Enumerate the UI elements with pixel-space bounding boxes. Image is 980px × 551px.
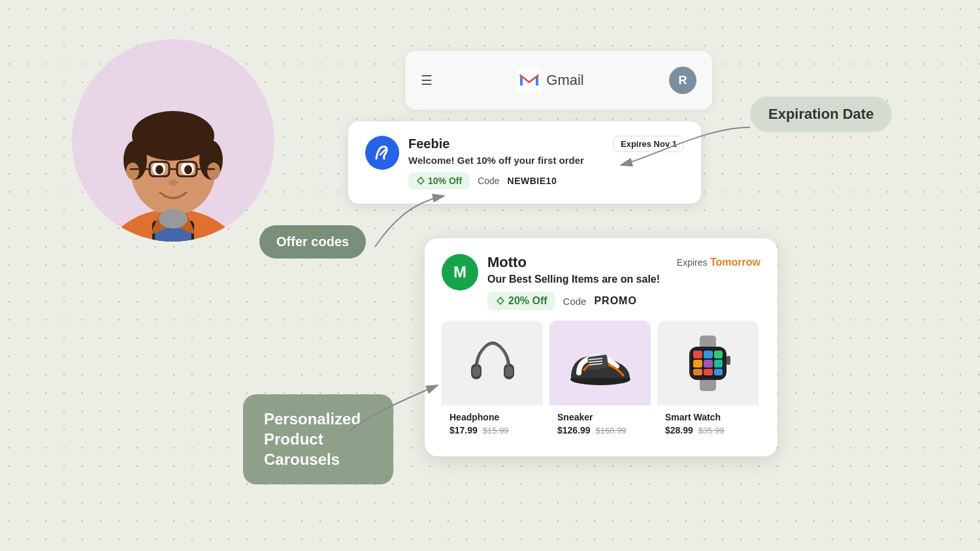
motto-discount-badge: 20% Off: [487, 292, 555, 310]
svg-rect-43: [714, 369, 723, 375]
svg-rect-40: [714, 360, 723, 368]
feebie-offer-row: 10% Off Code NEWBIE10: [408, 172, 684, 189]
feebie-name: Feebie: [408, 136, 449, 151]
svg-rect-35: [693, 351, 702, 358]
smartwatch-img: [657, 321, 759, 405]
motto-title-row: Motto Expires Tomorrow: [487, 254, 760, 271]
gmail-logo: Gmail: [517, 69, 583, 92]
gmail-title: Gmail: [546, 72, 583, 89]
feebie-header: Feebie Expires Nov 1 Welcome! Get 10% of…: [365, 136, 684, 189]
sneaker-prices: $126.99 $168.99: [557, 425, 643, 435]
feebie-code-label: Code: [478, 176, 499, 186]
feebie-email-card: Feebie Expires Nov 1 Welcome! Get 10% of…: [348, 121, 701, 204]
svg-point-6: [126, 163, 139, 180]
feebie-code-value: NEWBIE10: [508, 176, 557, 186]
gmail-avatar: R: [669, 67, 696, 94]
product-card-sneaker: Sneaker $126.99 $168.99: [549, 321, 651, 443]
feebie-subtitle: Welcome! Get 10% off your first order: [408, 155, 684, 166]
svg-point-17: [169, 180, 178, 186]
motto-expires: Expires Tomorrow: [677, 257, 760, 268]
svg-rect-41: [693, 369, 702, 375]
menu-icon[interactable]: ☰: [421, 72, 433, 88]
feebie-content: Feebie Expires Nov 1 Welcome! Get 10% of…: [408, 136, 684, 189]
products-row: Headphone $17.99 $15.99: [442, 321, 760, 443]
motto-expires-date: Tomorrow: [710, 257, 760, 268]
motto-email-card: M Motto Expires Tomorrow Our Best Sellin…: [425, 238, 777, 456]
headphone-info: Headphone $17.99 $15.99: [442, 405, 543, 443]
smartwatch-name: Smart Watch: [665, 412, 751, 422]
headphone-name: Headphone: [449, 412, 535, 422]
offer-codes-label: Offer codes: [259, 225, 366, 259]
headphone-prices: $17.99 $15.99: [449, 425, 535, 435]
feebie-title-row: Feebie Expires Nov 1: [408, 136, 684, 152]
sneaker-info: Sneaker $126.99 $168.99: [549, 405, 651, 443]
sneaker-name: Sneaker: [557, 412, 643, 422]
motto-code-label: Code: [563, 296, 587, 307]
motto-content: Motto Expires Tomorrow Our Best Selling …: [487, 254, 760, 310]
motto-name: Motto: [487, 254, 527, 271]
feebie-expires-badge: Expires Nov 1: [613, 136, 684, 152]
svg-point-20: [159, 209, 188, 228]
person-avatar: [72, 39, 274, 242]
gmail-header: ☰ Gmail R: [405, 51, 712, 110]
feebie-icon: [365, 136, 399, 170]
motto-offer-row: 20% Off Code PROMO: [487, 292, 760, 310]
svg-rect-24: [472, 366, 480, 377]
sneaker-img: [549, 321, 651, 405]
motto-code-value: PROMO: [594, 295, 636, 307]
svg-rect-37: [714, 351, 723, 358]
svg-rect-36: [704, 351, 713, 358]
smartwatch-info: Smart Watch $28.99 $35.99: [657, 405, 759, 443]
svg-point-7: [207, 163, 220, 180]
svg-rect-38: [693, 360, 702, 368]
svg-rect-25: [505, 366, 513, 377]
product-card-headphone: Headphone $17.99 $15.99: [442, 321, 543, 443]
svg-rect-42: [704, 369, 713, 375]
headphone-img: [442, 321, 543, 405]
motto-icon: M: [442, 254, 478, 291]
svg-point-11: [184, 165, 192, 174]
svg-point-10: [155, 165, 163, 174]
svg-rect-39: [704, 360, 713, 368]
smartwatch-prices: $28.99 $35.99: [665, 425, 751, 435]
expiration-date-label: Expiration Date: [750, 97, 892, 132]
feebie-discount-badge: 10% Off: [408, 172, 470, 189]
motto-subtitle: Our Best Selling Items are on sale!: [487, 274, 760, 285]
product-card-smartwatch: Smart Watch $28.99 $35.99: [657, 321, 759, 443]
carousels-label: Personalized Product Carousels: [243, 394, 393, 484]
svg-rect-44: [727, 356, 730, 365]
motto-header: M Motto Expires Tomorrow Our Best Sellin…: [442, 254, 760, 310]
